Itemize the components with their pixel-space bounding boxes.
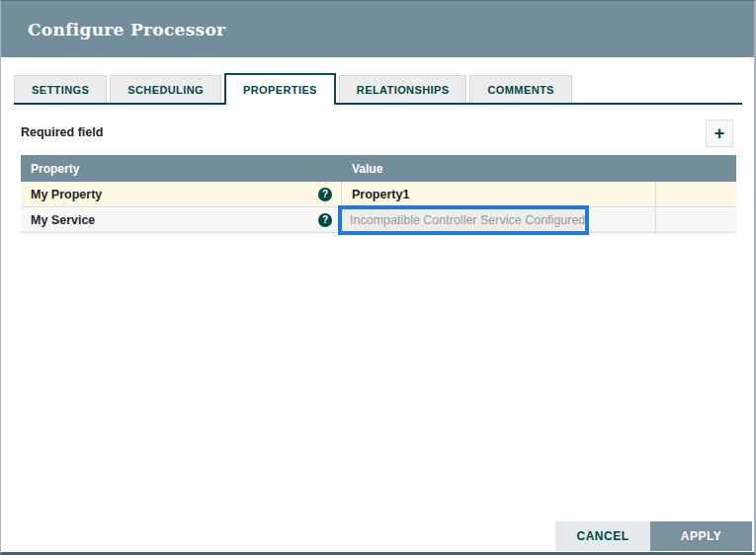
tab-comments[interactable]: COMMENTS: [469, 75, 571, 103]
properties-table: Property Value My Property ? Property1 M…: [21, 155, 736, 233]
table-row-my-property: My Property ? Property1: [21, 182, 736, 207]
tab-relationships-label: RELATIONSHIPS: [357, 84, 450, 96]
dialog-footer: CANCEL APPLY: [555, 521, 752, 551]
table-header-row: Property Value: [21, 155, 736, 182]
configure-processor-dialog: Configure Processor SETTINGS SCHEDULING …: [0, 0, 756, 555]
tab-properties-label: PROPERTIES: [243, 84, 317, 96]
property-name-cell: My Service ?: [21, 207, 342, 232]
row-extra-cell: [656, 207, 736, 232]
apply-button[interactable]: APPLY: [650, 521, 752, 551]
tab-settings[interactable]: SETTINGS: [14, 75, 107, 103]
tab-relationships[interactable]: RELATIONSHIPS: [339, 75, 467, 103]
tab-comments-label: COMMENTS: [487, 84, 553, 96]
tab-scheduling-label: SCHEDULING: [127, 84, 204, 96]
dialog-title: Configure Processor: [28, 20, 225, 40]
property-value: Property1: [352, 188, 409, 201]
incompatible-service-highlight[interactable]: Incompatible Controller Service Configur…: [338, 205, 589, 235]
help-icon[interactable]: ?: [318, 188, 332, 201]
row-extra-cell: [656, 182, 736, 206]
dialog-header: Configure Processor: [1, 1, 754, 57]
property-value: Incompatible Controller Service Configur…: [350, 213, 585, 227]
column-header-value: Value: [342, 162, 656, 176]
required-field-label: Required field: [21, 125, 103, 139]
table-row-my-service: My Service ? Incompatible Controller Ser…: [21, 207, 736, 233]
tab-scheduling[interactable]: SCHEDULING: [110, 75, 221, 103]
column-header-property: Property: [21, 162, 342, 176]
property-name: My Service: [31, 213, 95, 227]
add-property-button[interactable]: +: [706, 119, 733, 147]
cancel-button[interactable]: CANCEL: [555, 521, 650, 551]
help-icon[interactable]: ?: [318, 213, 332, 227]
property-value-cell[interactable]: Incompatible Controller Service Configur…: [342, 207, 656, 232]
property-name: My Property: [31, 188, 102, 201]
plus-icon: +: [714, 123, 725, 143]
tab-bar: SETTINGS SCHEDULING PROPERTIES RELATIONS…: [14, 75, 742, 105]
tab-settings-label: SETTINGS: [32, 84, 89, 96]
property-value-cell[interactable]: Property1: [342, 182, 656, 206]
tab-properties[interactable]: PROPERTIES: [224, 73, 336, 105]
property-name-cell: My Property ?: [21, 182, 342, 206]
